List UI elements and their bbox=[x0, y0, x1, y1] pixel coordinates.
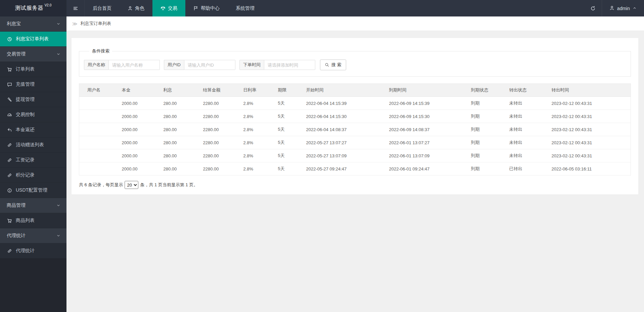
table-cell: 2022-06-01 13:07:27 bbox=[381, 136, 463, 149]
column-header: 期限 bbox=[270, 84, 298, 97]
table-cell: 到期 bbox=[463, 162, 501, 176]
user-name: admin bbox=[617, 6, 630, 11]
sidebar-item-goods-list[interactable]: 商品列表 bbox=[0, 213, 66, 228]
sidebar-item-activity-gift[interactable]: 活动赠送列表 bbox=[0, 138, 66, 153]
table-cell: 2000.00 bbox=[114, 97, 155, 110]
user-menu[interactable]: admin bbox=[602, 0, 644, 16]
table-cell: 2022-06-09 14:08:37 bbox=[381, 123, 463, 136]
table-cell: 2022-05-27 09:24:47 bbox=[298, 162, 381, 176]
userid-field-input[interactable] bbox=[184, 60, 235, 70]
sidebar-item-recharge-mgmt[interactable]: 充值管理 bbox=[0, 77, 66, 92]
nav-item-label: 帮助中心 bbox=[201, 5, 220, 11]
nav-menu: 后台首页角色交易帮助中心系统管理 bbox=[85, 0, 263, 16]
sidebar-item-agent-stats[interactable]: 代理统计 bbox=[0, 243, 66, 259]
table-cell: 2280.00 bbox=[195, 162, 235, 176]
clock-icon bbox=[7, 37, 12, 42]
chevron-up-icon bbox=[633, 6, 637, 10]
sidebar-item-label: 充值管理 bbox=[16, 81, 35, 87]
sidebar-item-salary-records[interactable]: 工资记录 bbox=[0, 153, 66, 168]
table-cell: 未转出 bbox=[501, 110, 544, 123]
sidebar-item-label: 代理统计 bbox=[7, 233, 26, 239]
search-legend: 条件搜索 bbox=[89, 48, 112, 54]
table-cell: 到期 bbox=[463, 136, 501, 149]
sidebar-toggle-button[interactable] bbox=[66, 0, 85, 16]
chevron-down-icon bbox=[56, 203, 60, 207]
table-cell: 2022-05-27 13:07:09 bbox=[298, 149, 381, 162]
sidebar-item-lixibao-orders[interactable]: 利息宝订单列表 bbox=[0, 32, 66, 47]
table-row: 2000.00280.002280.002.8%5天2022-05-27 13:… bbox=[79, 136, 631, 149]
user-icon bbox=[128, 6, 133, 11]
table-cell: 已转出 bbox=[501, 162, 544, 176]
table-cell: 2000.00 bbox=[114, 123, 155, 136]
table-cell: 280.00 bbox=[155, 136, 195, 149]
table-cell: 5天 bbox=[270, 149, 298, 162]
order-time-field-group: 下单时间 bbox=[239, 60, 315, 70]
search-button[interactable]: 搜 索 bbox=[320, 60, 346, 70]
sidebar-item-trade-control[interactable]: 交易控制 bbox=[0, 107, 66, 122]
user-icon bbox=[609, 5, 614, 10]
search-row: 用户名称用户ID下单时间 搜 索 bbox=[84, 60, 626, 70]
sidebar-item-label: 利息宝 bbox=[7, 21, 21, 27]
app-root: 测试服务器 V2.0 后台首页角色交易帮助中心系统管理 admin 利息宝利息宝… bbox=[0, 0, 644, 312]
table-cell: 未转出 bbox=[501, 149, 544, 162]
sidebar-item-label: 交易管理 bbox=[7, 51, 26, 57]
table-cell: 2022-06-04 14:08:37 bbox=[298, 123, 381, 136]
table-cell: 到期 bbox=[463, 97, 501, 110]
table-cell: 2000.00 bbox=[114, 149, 155, 162]
table-cell: 未转出 bbox=[501, 136, 544, 149]
sidebar-item-order-list[interactable]: 订单列表 bbox=[0, 62, 66, 77]
table-row: 2000.00280.002280.002.8%5天2022-06-04 14:… bbox=[79, 97, 631, 110]
table-cell bbox=[79, 110, 114, 123]
brand-logo: 测试服务器 V2.0 bbox=[0, 0, 66, 16]
sidebar-group-trade-mgmt[interactable]: 交易管理 bbox=[0, 47, 66, 62]
order-time-field-input[interactable] bbox=[264, 60, 315, 70]
sidebar-item-usdt-config[interactable]: USDT配置管理 bbox=[0, 183, 66, 198]
sidebar-item-principal-return[interactable]: 本金返还 bbox=[0, 122, 66, 138]
search-button-label: 搜 索 bbox=[331, 62, 341, 68]
sidebar-group-goods[interactable]: 商品管理 bbox=[0, 198, 66, 213]
nav-item-system[interactable]: 系统管理 bbox=[228, 0, 263, 16]
sidebar-item-withdraw-mgmt[interactable]: 提现管理 bbox=[0, 92, 66, 107]
sidebar-item-label: 活动赠送列表 bbox=[16, 142, 44, 148]
main-area: ≫ 利息宝订单列表 条件搜索 用户名称用户ID下单时间 搜 索 bbox=[66, 16, 644, 312]
content-panel: 条件搜索 用户名称用户ID下单时间 搜 索 用户名本金利息结算金额日利率期限开始… bbox=[72, 38, 638, 194]
sidebar-item-label: 利息宝订单列表 bbox=[16, 36, 49, 42]
userid-field-group: 用户ID bbox=[164, 60, 235, 70]
info-icon bbox=[7, 188, 12, 193]
refresh-button[interactable] bbox=[584, 0, 602, 16]
nav-item-role[interactable]: 角色 bbox=[120, 0, 152, 16]
username-field-input[interactable] bbox=[109, 60, 160, 70]
table-cell: 2280.00 bbox=[195, 149, 235, 162]
table-cell: 2.8% bbox=[235, 123, 270, 136]
table-cell: 2022-05-27 13:07:27 bbox=[298, 136, 381, 149]
pagination-text-before: 共 6 条记录，每页显示 bbox=[79, 182, 123, 188]
table-cell: 280.00 bbox=[155, 149, 195, 162]
sidebar-group-agent-stats[interactable]: 代理统计 bbox=[0, 228, 66, 243]
link-icon bbox=[7, 158, 12, 163]
nav-item-home[interactable]: 后台首页 bbox=[85, 0, 120, 16]
table-cell: 2022-06-05 03:16:11 bbox=[544, 162, 631, 176]
table-cell bbox=[79, 162, 114, 176]
table-cell: 2000.00 bbox=[114, 110, 155, 123]
table-cell: 2022-06-01 13:07:09 bbox=[381, 149, 463, 162]
table-cell: 未转出 bbox=[501, 97, 544, 110]
sidebar-group-lixibao[interactable]: 利息宝 bbox=[0, 16, 66, 32]
page-title: 利息宝订单列表 bbox=[81, 21, 111, 27]
cart-icon bbox=[7, 67, 12, 72]
nav-item-trade[interactable]: 交易 bbox=[152, 0, 185, 16]
nav-item-label: 交易 bbox=[168, 5, 177, 11]
reply-icon bbox=[7, 127, 12, 132]
column-header: 利息 bbox=[155, 84, 195, 97]
username-field-label: 用户名称 bbox=[84, 60, 109, 70]
pagination: 共 6 条记录，每页显示 20 条，共 1 页当前显示第 1 页。 bbox=[79, 181, 631, 189]
table-cell: 2280.00 bbox=[195, 110, 235, 123]
table-cell: 2280.00 bbox=[195, 123, 235, 136]
nav-spacer bbox=[263, 0, 584, 16]
page-size-select[interactable]: 20 bbox=[125, 181, 138, 189]
link-icon bbox=[7, 173, 12, 178]
nav-item-help[interactable]: 帮助中心 bbox=[185, 0, 228, 16]
sidebar-item-label: 积分记录 bbox=[16, 172, 35, 178]
brand-title: 测试服务器 bbox=[15, 5, 44, 12]
sidebar-item-label: 订单列表 bbox=[16, 66, 35, 72]
sidebar-item-points-records[interactable]: 积分记录 bbox=[0, 168, 66, 183]
